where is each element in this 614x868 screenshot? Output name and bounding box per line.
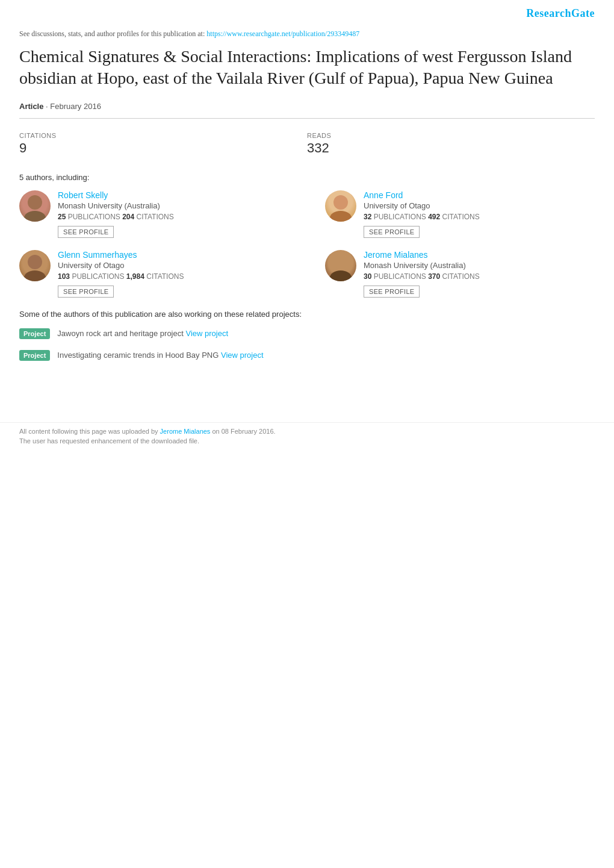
author-info-3: Jerome Mialanes Monash University (Austr… [364,250,595,298]
author-info-2: Glenn Summerhayes University of Otago 10… [58,250,289,298]
project-link-0[interactable]: View project [185,329,228,338]
author-avatar-svg-1 [325,190,356,222]
author-affiliation-2: University of Otago [58,261,289,270]
related-projects-intro: Some of the authors of this publication … [19,310,595,319]
author-avatar-3 [325,250,356,281]
article-title: Chemical Signatures & Social Interaction… [19,46,595,90]
author-name-3[interactable]: Jerome Mialanes [364,250,595,260]
author-stats-3: 30 PUBLICATIONS 370 CITATIONS [364,272,595,281]
main-content: Chemical Signatures & Social Interaction… [0,41,614,386]
author-pubs-3: 30 [364,272,371,281]
reads-block: READS 332 [307,125,595,163]
article-meta: Article · February 2016 [19,102,595,111]
svg-point-6 [333,255,348,269]
project-desc-1: Investigating ceramic trends in Hood Bay… [57,351,221,360]
top-notice-link[interactable]: https://www.researchgate.net/publication… [206,30,359,38]
author-card-2: Glenn Summerhayes University of Otago 10… [19,250,289,298]
author-affiliation-1: University of Otago [364,201,595,210]
see-profile-button-3[interactable]: SEE PROFILE [364,286,420,298]
author-cits-1: 492 [428,213,440,221]
article-type: Article [19,102,43,111]
authors-intro: 5 authors, including: [19,173,595,182]
brand-logo: ResearchGate [526,7,595,20]
citations-block: CITATIONS 9 [19,125,307,163]
author-stats-1: 32 PUBLICATIONS 492 CITATIONS [364,213,595,221]
svg-point-5 [24,270,46,281]
project-item-0: Project Jawoyn rock art and heritage pro… [19,328,595,339]
author-stats-2: 103 PUBLICATIONS 1,984 CITATIONS [58,272,289,281]
citations-value: 9 [19,140,307,156]
footer-bar: All content following this page was uplo… [0,422,614,452]
authors-grid: Robert Skelly Monash University (Austral… [19,190,595,298]
author-name-1[interactable]: Anne Ford [364,190,595,200]
project-text-0: Jawoyn rock art and heritage project Vie… [57,329,228,338]
article-date: February 2016 [50,102,101,111]
project-badge-1: Project [19,350,50,361]
author-avatar-svg-0 [19,190,51,222]
see-profile-button-2[interactable]: SEE PROFILE [58,286,114,298]
divider-1 [19,118,595,119]
author-info-0: Robert Skelly Monash University (Austral… [58,190,289,238]
svg-point-7 [330,270,352,281]
author-card-0: Robert Skelly Monash University (Austral… [19,190,289,238]
svg-point-4 [28,255,42,269]
svg-point-0 [28,195,42,210]
reads-value: 332 [307,140,595,156]
top-notice: See discussions, stats, and author profi… [0,25,614,41]
author-name-2[interactable]: Glenn Summerhayes [58,250,289,260]
author-cits-2: 1,984 [126,272,144,281]
authors-section: 5 authors, including: Robert Skelly Mona… [19,173,595,298]
author-affiliation-3: Monash University (Australia) [364,261,595,270]
author-cits-0: 204 [122,213,134,221]
svg-point-2 [333,195,348,210]
related-projects-section: Some of the authors of this publication … [19,310,595,361]
author-card-3: Jerome Mialanes Monash University (Austr… [325,250,595,298]
footer-line-1: All content following this page was uplo… [19,428,595,435]
svg-point-3 [330,211,352,222]
footer-upload-text: All content following this page was uplo… [19,428,160,435]
author-affiliation-0: Monash University (Australia) [58,201,289,210]
author-avatar-svg-3 [325,250,356,281]
author-pubs-2: 103 [58,272,70,281]
footer-date-text: on 08 February 2016. [212,428,275,435]
author-avatar-1 [325,190,356,222]
author-pubs-1: 32 [364,213,371,221]
reads-label: READS [307,132,595,139]
project-text-1: Investigating ceramic trends in Hood Bay… [57,351,263,360]
author-avatar-2 [19,250,51,281]
footer-line-2: The user has requested enhancement of th… [19,437,595,445]
stats-row: CITATIONS 9 READS 332 [19,125,595,163]
svg-point-1 [24,211,46,222]
see-profile-button-1[interactable]: SEE PROFILE [364,226,420,238]
footer-author-link[interactable]: Jerome Mialanes [160,428,211,435]
author-avatar-0 [19,190,51,222]
project-item-1: Project Investigating ceramic trends in … [19,350,595,361]
project-badge-0: Project [19,328,50,339]
citations-label: CITATIONS [19,132,307,139]
author-info-1: Anne Ford University of Otago 32 PUBLICA… [364,190,595,238]
author-avatar-svg-2 [19,250,51,281]
top-bar: ResearchGate [0,0,614,25]
see-profile-button-0[interactable]: SEE PROFILE [58,226,114,238]
author-card-1: Anne Ford University of Otago 32 PUBLICA… [325,190,595,238]
author-cits-3: 370 [428,272,440,281]
project-link-1[interactable]: View project [221,351,264,360]
author-pubs-0: 25 [58,213,66,221]
author-name-0[interactable]: Robert Skelly [58,190,289,200]
top-notice-text: See discussions, stats, and author profi… [19,30,206,38]
author-stats-0: 25 PUBLICATIONS 204 CITATIONS [58,213,289,221]
project-desc-0: Jawoyn rock art and heritage project [57,329,185,338]
